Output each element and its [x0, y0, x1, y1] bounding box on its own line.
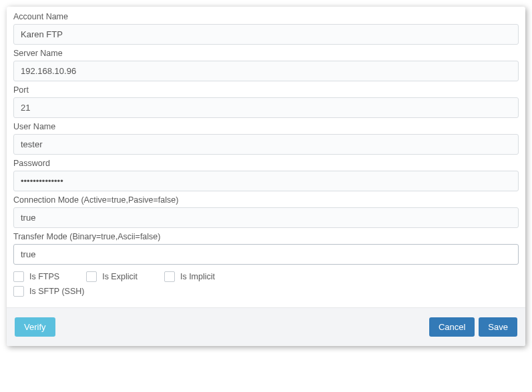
account-name-label: Account Name	[13, 12, 519, 21]
is-explicit-label[interactable]: Is Explicit	[102, 272, 138, 281]
save-button[interactable]: Save	[479, 317, 517, 337]
transfer-mode-label: Transfer Mode (Binary=true,Ascii=false)	[13, 232, 519, 241]
connection-mode-input[interactable]	[13, 207, 519, 228]
is-explicit-checkbox[interactable]	[86, 271, 97, 282]
server-name-input[interactable]	[13, 61, 519, 81]
is-implicit-label[interactable]: Is Implicit	[180, 272, 215, 281]
field-connection-mode: Connection Mode (Active=true,Pasive=fals…	[13, 195, 519, 228]
checkbox-is-ftps: Is FTPS	[13, 271, 59, 282]
connection-mode-label: Connection Mode (Active=true,Pasive=fals…	[13, 195, 519, 205]
port-label: Port	[13, 85, 519, 95]
field-transfer-mode: Transfer Mode (Binary=true,Ascii=false)	[13, 232, 519, 265]
port-input[interactable]	[13, 97, 519, 118]
verify-button[interactable]: Verify	[15, 317, 55, 337]
form-body: Account Name Server Name Port User Name …	[7, 7, 525, 307]
account-name-input[interactable]	[13, 24, 519, 45]
field-password: Password	[13, 159, 519, 191]
checkbox-is-implicit: Is Implicit	[164, 271, 215, 282]
transfer-mode-input[interactable]	[13, 244, 519, 265]
cancel-button[interactable]: Cancel	[429, 317, 475, 337]
field-account-name: Account Name	[13, 12, 519, 45]
password-input[interactable]	[13, 171, 519, 191]
is-implicit-checkbox[interactable]	[164, 271, 175, 282]
is-sftp-checkbox[interactable]	[13, 286, 24, 297]
is-ftps-label[interactable]: Is FTPS	[29, 272, 59, 281]
user-name-input[interactable]	[13, 134, 519, 155]
ftp-account-form: Account Name Server Name Port User Name …	[7, 7, 525, 346]
checkbox-is-explicit: Is Explicit	[86, 271, 138, 282]
field-server-name: Server Name	[13, 49, 519, 81]
field-port: Port	[13, 85, 519, 118]
footer-right: Cancel Save	[429, 317, 517, 337]
password-label: Password	[13, 159, 519, 168]
is-ftps-checkbox[interactable]	[13, 271, 24, 282]
field-user-name: User Name	[13, 122, 519, 155]
checkbox-row-2: Is SFTP (SSH)	[13, 286, 519, 297]
checkbox-row-1: Is FTPS Is Explicit Is Implicit	[13, 271, 519, 282]
is-sftp-label[interactable]: Is SFTP (SSH)	[29, 287, 84, 296]
form-footer: Verify Cancel Save	[7, 307, 525, 346]
user-name-label: User Name	[13, 122, 519, 131]
checkbox-is-sftp: Is SFTP (SSH)	[13, 286, 84, 297]
server-name-label: Server Name	[13, 49, 519, 58]
